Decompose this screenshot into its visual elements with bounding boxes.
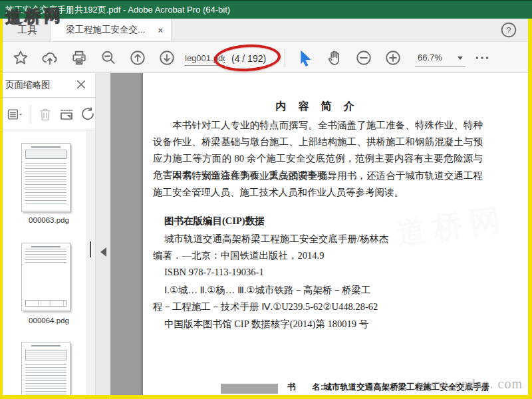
hand-icon xyxy=(326,49,343,66)
trash-icon xyxy=(37,106,53,122)
printer-icon xyxy=(70,49,88,66)
site-watermark: www. cndao. com xyxy=(417,376,523,392)
panel-divider[interactable] xyxy=(95,73,110,395)
search-button[interactable] xyxy=(100,49,117,66)
zoom-in-button[interactable] xyxy=(384,49,402,66)
minus-circle-icon xyxy=(355,49,372,66)
main-toolbar: (4 / 192) xyxy=(3,41,528,73)
document-viewer: 道桥网 内 容 简 介 本书针对工人专业的特点而撰写。全书涵盖了施工准备、特殊作… xyxy=(110,73,528,395)
thumbnail-sketch xyxy=(31,345,60,346)
zoom-level-value: 66.7% xyxy=(418,53,442,63)
help-icon: ? xyxy=(500,21,517,39)
ghost-watermark: 道桥网 xyxy=(394,199,510,255)
tab-document-label: 梁工程施工安全交... xyxy=(66,24,155,36)
cursor-arrow-icon xyxy=(297,49,314,66)
zoom-level-dropdown[interactable]: 66.7% xyxy=(415,50,466,67)
window-title-bar: 施工安全交底手册共192页.pdf - Adobe Acrobat Pro (6… xyxy=(0,0,532,19)
cip-line: 城市轨道交通高架桥梁工程施工安全交底手册/杨林杰 xyxy=(164,233,389,245)
isbn-line: ISBN 978-7-113-19036-1 xyxy=(164,267,264,278)
thumbnail-sketch xyxy=(31,146,60,148)
thumbnail-sketch xyxy=(25,249,66,263)
print-button[interactable] xyxy=(70,49,88,66)
classification-line: Ⅰ.①城… Ⅱ.①杨… Ⅲ.①城市铁路－高架桥－桥梁工 xyxy=(164,284,371,297)
share-upload-button[interactable] xyxy=(41,49,59,66)
thumbnail-sketch xyxy=(25,350,66,361)
toolbar-separator xyxy=(285,49,285,67)
rotate-page-button[interactable] xyxy=(80,106,95,122)
content-area: 页面缩略图 xyxy=(3,73,528,395)
next-page-button[interactable] xyxy=(158,49,176,66)
thumbnail-options-button[interactable] xyxy=(7,106,23,122)
panel-close-button[interactable] xyxy=(75,78,87,90)
panel-scrollbar[interactable] xyxy=(86,130,95,395)
page-thumbnails-panel: 页面缩略图 xyxy=(3,73,95,395)
thumbnail-sketch xyxy=(25,364,66,395)
panel-toolbar-separator xyxy=(31,105,31,124)
arrow-down-circle-icon xyxy=(158,49,176,66)
thumbnail-sketch xyxy=(25,300,66,307)
cip-heading: 图书在版编目(CIP)数据 xyxy=(164,215,265,227)
thumbnail-sketch xyxy=(25,150,66,159)
cip-number-line: 中国版本图书馆 CIP 数据核字(2014)第 180019 号 xyxy=(164,318,368,331)
doc-heading: 内 容 简 介 xyxy=(153,100,481,114)
star-icon xyxy=(12,49,29,66)
thumbnail-label: 000063.pdg xyxy=(3,216,95,224)
select-tool-button[interactable] xyxy=(297,49,314,66)
thumbnail-sketch xyxy=(25,163,66,203)
svg-text:?: ? xyxy=(506,25,511,35)
red-circle-annotation xyxy=(213,43,281,72)
chevron-down-icon xyxy=(458,57,463,60)
split-pages-button[interactable] xyxy=(59,106,74,122)
tab-close-icon[interactable]: × xyxy=(155,25,166,35)
thumbnail-page-000064[interactable] xyxy=(21,243,70,311)
tab-bar: 工具 梁工程施工安全交... × ? xyxy=(3,19,528,41)
page-split-icon xyxy=(59,106,74,122)
previous-page-button[interactable] xyxy=(129,49,146,66)
panel-scrollbar-thumb[interactable] xyxy=(90,241,91,257)
collapse-panel-icon[interactable] xyxy=(100,247,106,257)
hand-tool-button[interactable] xyxy=(326,49,343,66)
pdf-page: 道桥网 内 容 简 介 本书针对工人专业的特点而撰写。全书涵盖了施工准备、特殊作… xyxy=(143,73,528,395)
arrow-up-circle-icon xyxy=(129,49,146,66)
acrobat-app: 工具 梁工程施工安全交... × ? xyxy=(3,19,528,395)
cloud-upload-icon xyxy=(41,49,59,66)
more-options-button[interactable] xyxy=(473,49,491,66)
rotate-icon xyxy=(80,106,95,122)
thumbnail-sketch xyxy=(31,246,60,247)
panel-title: 页面缩略图 xyxy=(5,79,51,91)
search-icon xyxy=(100,49,117,66)
zoom-out-button[interactable] xyxy=(355,49,372,66)
ellipsis-icon xyxy=(473,49,491,66)
favorites-button[interactable] xyxy=(12,49,29,66)
panel-toolbar xyxy=(3,98,95,130)
thumbnail-label: 000064.pdg xyxy=(3,317,95,325)
cip-line: 编著．—北京：中国铁道出版社，2014.9 xyxy=(153,249,324,262)
application-window: 施工安全交底手册共192页.pdf - Adobe Acrobat Pro (6… xyxy=(0,0,532,399)
doc-paragraph: 本书特别适合作为作业人员的安全指导用书，还适合于城市轨道交通工程施工安全管理人员… xyxy=(153,168,483,201)
close-icon xyxy=(75,78,87,90)
classification-line: 程－工程施工－技术手册 Ⅳ.①U239.5-62②U448.28-62 xyxy=(153,301,378,313)
help-button[interactable]: ? xyxy=(500,21,517,39)
thumbnail-page-next[interactable] xyxy=(21,342,70,395)
thumbnail-page-000063[interactable] xyxy=(21,143,70,212)
tab-document[interactable]: 梁工程施工安全交... × xyxy=(51,19,172,41)
delete-page-button[interactable] xyxy=(37,106,53,122)
corner-watermark: 道桥网 xyxy=(5,4,63,28)
list-options-icon xyxy=(7,106,23,122)
plus-circle-icon xyxy=(384,49,402,66)
horizontal-scrollbar-thumb[interactable] xyxy=(221,384,278,394)
panel-header: 页面缩略图 xyxy=(3,73,95,98)
